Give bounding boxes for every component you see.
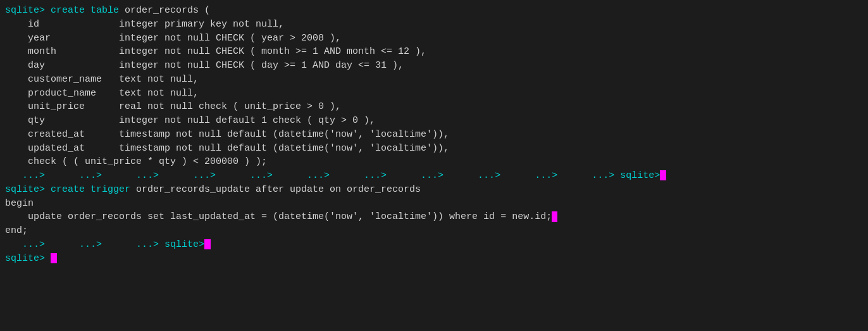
line-check-constraint: check ( ( unit_price * qty ) < 200000 ) … [5,155,863,169]
line-create-trigger: sqlite> create trigger order_records_upd… [5,183,863,197]
line-month: month integer not null CHECK ( month >= … [5,45,863,59]
line-customer-name: customer_name text not null, [5,73,863,87]
line-updated-at: updated_at timestamp not null default (d… [5,142,863,156]
line-end: end; [5,224,863,238]
line-create-table: sqlite> create table order_records ( [5,4,863,18]
line-begin: begin [5,197,863,211]
line-qty: qty integer not null default 1 check ( q… [5,114,863,128]
terminal-window: sqlite> create table order_records ( id … [0,0,868,331]
line-final-prompt: sqlite> [5,252,863,266]
line-product-name: product_name text not null, [5,87,863,101]
line-day: day integer not null CHECK ( day >= 1 AN… [5,59,863,73]
cursor-1 [660,170,666,180]
line-unit-price: unit_price real not null check ( unit_pr… [5,100,863,114]
line-ellipsis-1: ...> ...> ...> ...> ...> ...> ...> ...> … [5,169,863,183]
line-created-at: created_at timestamp not null default (d… [5,128,863,142]
line-year: year integer not null CHECK ( year > 200… [5,32,863,46]
highlight-end-marker [552,211,557,222]
line-ellipsis-2: ...> ...> ...> sqlite> [5,238,863,252]
cursor-2 [204,239,211,249]
line-update-stmt: update order_records set last_updated_at… [5,210,863,224]
cursor-3 [51,253,57,263]
line-id: id integer primary key not null, [5,18,863,32]
